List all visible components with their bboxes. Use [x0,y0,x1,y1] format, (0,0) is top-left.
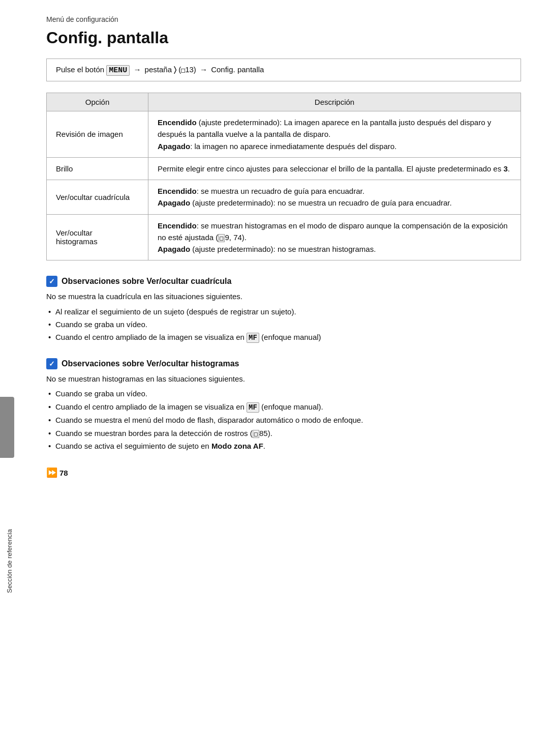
note1-list: Al realizar el seguimiento de un sujeto … [46,306,521,344]
list-item: Cuando se graba un vídeo. [46,388,521,399]
option-cell: Brillo [47,157,148,180]
table-row: Revisión de imagen Encendido (ajuste pre… [47,111,521,158]
col-header-option: Opción [47,93,148,111]
list-item: Cuando el centro ampliado de la imagen s… [46,401,521,414]
table-row: Ver/ocultarhistogramas Encendido: se mue… [47,214,521,260]
section-label: Sección de referencia [6,529,13,593]
list-item: Cuando se activa el seguimiento de sujet… [46,440,521,452]
page-title: Config. pantalla [46,28,521,47]
page-footer: ⏩ 78 [46,467,521,478]
desc-cell: Encendido: se muestra un recuadro de guí… [148,180,521,215]
option-cell: Ver/ocultar cuadrícula [47,180,148,215]
note1-heading-text: Observaciones sobre Ver/ocultar cuadrícu… [62,277,231,286]
desc-cell: Encendido: se muestran histogramas en el… [148,214,521,260]
breadcrumb: Menú de configuración [46,15,521,23]
nav-instruction: Pulse el botón MENU → pestaña 〉 (□13) → … [46,59,521,81]
list-item: Cuando se graba un vídeo. [46,318,521,330]
desc-cell: Encendido (ajuste predeterminado): La im… [148,111,521,158]
option-cell: Revisión de imagen [47,111,148,158]
options-table: Opción Descripción Revisión de imagen En… [46,93,521,260]
note1-section: Observaciones sobre Ver/ocultar cuadrícu… [46,276,521,344]
note2-list: Cuando se graba un vídeo. Cuando el cent… [46,388,521,452]
note2-intro: No se muestran histogramas en las situac… [46,373,521,385]
table-row: Ver/ocultar cuadrícula Encendido: se mue… [47,180,521,215]
list-item: Cuando se muestran bordes para la detecc… [46,427,521,439]
table-row: Brillo Permite elegir entre cinco ajuste… [47,157,521,180]
note2-icon [46,358,57,369]
list-item: Cuando se muestra el menú del modo de fl… [46,414,521,426]
note2-section: Observaciones sobre Ver/ocultar histogra… [46,358,521,452]
desc-cell: Permite elegir entre cinco ajustes para … [148,157,521,180]
note1-icon [46,276,57,287]
note1-intro: No se muestra la cuadrícula en las situa… [46,291,521,303]
option-cell: Ver/ocultarhistogramas [47,214,148,260]
footer-icon: ⏩ [46,467,57,478]
page-number: 78 [59,469,68,477]
note2-heading-text: Observaciones sobre Ver/ocultar histogra… [62,359,239,368]
col-header-desc: Descripción [148,93,521,111]
note2-heading: Observaciones sobre Ver/ocultar histogra… [46,358,521,369]
list-item: Cuando el centro ampliado de la imagen s… [46,331,521,344]
note1-heading: Observaciones sobre Ver/ocultar cuadrícu… [46,276,521,287]
list-item: Al realizar el seguimiento de un sujeto … [46,306,521,317]
